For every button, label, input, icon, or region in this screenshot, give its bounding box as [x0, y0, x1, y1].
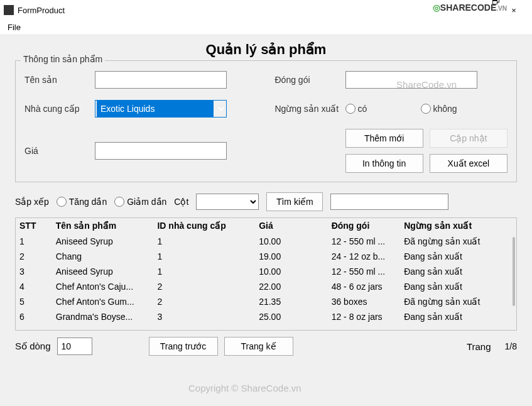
- select-nha-cung-cap[interactable]: Exotic Liquids: [95, 100, 227, 118]
- col-label: Cột: [174, 197, 188, 207]
- th-dong-goi[interactable]: Đóng gói: [328, 218, 401, 234]
- cell-ngung: Đang sản xuất: [400, 309, 516, 324]
- btn-them-moi[interactable]: Thêm mới: [345, 129, 423, 148]
- th-ten[interactable]: Tên sản phẩm: [52, 218, 154, 234]
- app-icon: [4, 5, 14, 15]
- cell-id: 1: [153, 234, 255, 250]
- cell-stt: 4: [16, 279, 52, 294]
- cell-gia: 19.00: [255, 249, 328, 264]
- radio-desc[interactable]: [114, 197, 124, 207]
- th-id[interactable]: ID nhà cung cấp: [153, 218, 255, 234]
- table-row[interactable]: 6Grandma's Boyse...325.0012 - 8 oz jarsĐ…: [16, 309, 516, 324]
- th-stt[interactable]: STT: [16, 218, 52, 234]
- radio-desc-label: Giảm dần: [127, 197, 166, 207]
- input-dong-goi[interactable]: [345, 71, 477, 89]
- radio-co[interactable]: [345, 104, 356, 114]
- label-dong-goi: Đóng gói: [275, 75, 340, 85]
- btn-next-page[interactable]: Trang kế: [224, 337, 293, 356]
- cell-gia: 25.00: [255, 309, 328, 324]
- radio-asc-wrap[interactable]: Tăng dần: [57, 197, 107, 207]
- cell-stt: 3: [16, 264, 52, 279]
- cell-dong_goi: 12 - 550 ml ...: [328, 264, 401, 279]
- cell-id: 2: [153, 279, 255, 294]
- cell-dong_goi: 36 boxes: [328, 294, 401, 309]
- menubar: File: [0, 20, 532, 35]
- cell-ngung: Đang sản xuất: [400, 249, 516, 264]
- table-row[interactable]: 5Chef Anton's Gum...221.3536 boxesĐã ngừ…: [16, 294, 516, 309]
- cell-stt: 1: [16, 234, 52, 250]
- input-search[interactable]: [330, 194, 448, 210]
- cell-stt: 2: [16, 249, 52, 264]
- cell-ten: Chef Anton's Gum...: [52, 294, 154, 309]
- page-value: 1/8: [505, 341, 517, 351]
- cell-ten: Aniseed Syrup: [52, 234, 154, 250]
- radio-khong-wrap[interactable]: không: [421, 104, 486, 114]
- cell-id: 1: [153, 249, 255, 264]
- label-ngung-san-xuat: Ngừng sản xuất: [275, 104, 340, 114]
- cell-ten: Chang: [52, 249, 154, 264]
- radio-asc-label: Tăng dần: [69, 197, 107, 207]
- cell-ten: Chef Anton's Caju...: [52, 279, 154, 294]
- btn-tim-kiem[interactable]: Tìm kiếm: [266, 192, 323, 211]
- table-row[interactable]: 2Chang119.0024 - 12 oz b...Đang sản xuất: [16, 249, 516, 264]
- cell-id: 2: [153, 294, 255, 309]
- watermark-bottom: Copyright © ShareCode.vn: [188, 383, 301, 393]
- page-label: Trang: [467, 341, 491, 352]
- cell-id: 3: [153, 309, 255, 324]
- label-gia: Giá: [24, 146, 90, 156]
- cell-ten: Grandma's Boyse...: [52, 309, 154, 324]
- cell-gia: 10.00: [255, 264, 328, 279]
- table-row[interactable]: 4Chef Anton's Caju...222.0048 - 6 oz jar…: [16, 279, 516, 294]
- cell-gia: 10.00: [255, 234, 328, 250]
- cell-ngung: Đang sản xuất: [400, 264, 516, 279]
- sharecode-logo: ◎SHARECODE.VN: [433, 3, 507, 13]
- sort-label: Sắp xếp: [15, 197, 49, 207]
- radio-asc[interactable]: [57, 197, 67, 207]
- cell-dong_goi: 24 - 12 oz b...: [328, 249, 401, 264]
- rows-label: Số dòng: [15, 341, 51, 352]
- cell-dong_goi: 12 - 8 oz jars: [328, 309, 401, 324]
- cell-gia: 22.00: [255, 279, 328, 294]
- cell-dong_goi: 48 - 6 oz jars: [328, 279, 401, 294]
- product-info-group: Thông tin sản phẩm Tên sản Đóng gói Nhà …: [15, 60, 517, 182]
- th-gia[interactable]: Giá: [255, 218, 328, 234]
- product-table: STT Tên sản phẩm ID nhà cung cấp Giá Đón…: [15, 217, 517, 331]
- radio-desc-wrap[interactable]: Giảm dần: [114, 197, 166, 207]
- sort-row: Sắp xếp Tăng dần Giảm dần Cột Tìm kiếm: [15, 190, 517, 217]
- table-header-row: STT Tên sản phẩm ID nhà cung cấp Giá Đón…: [16, 218, 516, 234]
- label-nha-cung-cap: Nhà cung cấp: [24, 104, 90, 114]
- input-gia[interactable]: [95, 142, 227, 160]
- radio-khong-label: không: [433, 104, 457, 114]
- pager: Số dòng Trang trước Trang kế Trang 1/8: [15, 331, 517, 356]
- cell-ngung: Đang sản xuất: [400, 279, 516, 294]
- btn-in-thong-tin[interactable]: In thông tin: [345, 154, 423, 173]
- cell-gia: 21.35: [255, 294, 328, 309]
- input-ten-san[interactable]: [95, 71, 227, 89]
- window-title: FormProduct: [18, 6, 65, 15]
- btn-prev-page[interactable]: Trang trước: [149, 337, 218, 356]
- select-col[interactable]: [196, 194, 259, 210]
- radio-co-wrap[interactable]: có: [345, 104, 411, 114]
- group-legend: Thông tin sản phẩm: [21, 54, 105, 64]
- label-ten-san: Tên sản: [24, 75, 90, 85]
- cell-dong_goi: 12 - 550 ml ...: [328, 234, 401, 250]
- cell-ten: Aniseed Syrup: [52, 264, 154, 279]
- titlebar: FormProduct 🗗 ◎SHARECODE.VN ×: [0, 0, 532, 20]
- rows-input[interactable]: [57, 337, 92, 355]
- radio-khong[interactable]: [421, 104, 431, 114]
- menu-file[interactable]: File: [4, 21, 24, 33]
- radio-co-label: có: [358, 104, 367, 114]
- table-scrollbar[interactable]: [513, 237, 515, 306]
- cell-stt: 5: [16, 294, 52, 309]
- cell-stt: 6: [16, 309, 52, 324]
- table-row[interactable]: 1Aniseed Syrup110.0012 - 550 ml ...Đã ng…: [16, 234, 516, 250]
- th-ngung[interactable]: Ngừng sản xuất: [400, 218, 516, 234]
- table-row[interactable]: 3Aniseed Syrup110.0012 - 550 ml ...Đang …: [16, 264, 516, 279]
- cell-ngung: Đã ngừng sản xuất: [400, 234, 516, 250]
- btn-xuat-excel[interactable]: Xuất excel: [430, 154, 508, 173]
- btn-cap-nhat: Cập nhật: [430, 129, 508, 148]
- cell-ngung: Đã ngừng sản xuất: [400, 294, 516, 309]
- cell-id: 1: [153, 264, 255, 279]
